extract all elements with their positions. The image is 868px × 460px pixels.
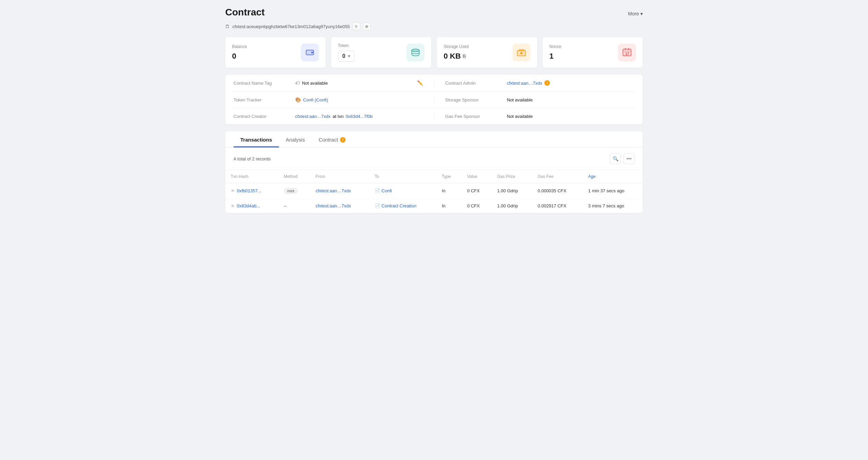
tag-icon: 🏷	[295, 80, 300, 86]
col-gas-price: Gas Price	[492, 170, 532, 183]
token-label: Token	[338, 43, 355, 48]
table-actions: 🔍 •••	[610, 153, 635, 164]
ellipsis-icon: •••	[627, 156, 632, 161]
gas-sponsor-key: Gas Fee Sponsor	[445, 114, 507, 119]
token-card: Token 0 ▾	[331, 37, 432, 68]
gas-price-cell: 1.00 Gdrip	[492, 183, 532, 198]
more-button[interactable]: More ▾	[628, 11, 643, 16]
search-icon: 🔍	[613, 156, 618, 161]
tab-transactions[interactable]: Transactions	[233, 131, 279, 147]
token-icon	[407, 44, 424, 61]
col-value: Value	[462, 170, 492, 183]
gas-fee-cell: 0.000035 CFX	[532, 183, 583, 198]
address-text: cfxtest:aceuepnbpghzbktw67ke13m012a6ag97…	[232, 24, 350, 29]
creator-val: cfxtest:aan…7xdx at txn 0x83d4...7f0b	[295, 114, 373, 119]
contract-icon: 🗒	[225, 24, 230, 29]
storage-value: 0 KB ⎘	[444, 52, 469, 61]
col-to: To	[369, 170, 436, 183]
creator-txn-link[interactable]: 0x83d4...7f0b	[346, 114, 373, 119]
tab-contract[interactable]: Contract !	[312, 131, 352, 147]
contract-tab-badge: !	[340, 137, 346, 143]
method-cell: --	[278, 198, 310, 214]
search-button[interactable]: 🔍	[610, 153, 621, 164]
token-tracker-key: Token Tracker	[233, 97, 295, 102]
from-cell: cfxtest:aan…7xdx	[310, 198, 369, 214]
to-cell: 📄 Contract Creation	[369, 198, 436, 214]
transactions-table: Txn Hash Method From To Type Value Gas P…	[225, 170, 643, 213]
storage-icon	[513, 44, 530, 61]
nonce-label: Nonce	[550, 44, 562, 49]
more-options-button[interactable]: •••	[624, 153, 635, 164]
to-link[interactable]: Confi	[382, 188, 392, 193]
copy-address-button[interactable]: ⎘	[353, 23, 360, 30]
from-link[interactable]: cfxtest:aan…7xdx	[315, 203, 351, 208]
token-tracker-link[interactable]: Confi (Confi)	[303, 97, 328, 102]
warn-icon: !	[544, 80, 550, 86]
col-txn-hash: Txn Hash	[225, 170, 278, 183]
storage-sponsor-val: Not available	[507, 97, 533, 102]
info-creator: Contract Creator cfxtest:aan…7xdx at txn…	[233, 114, 423, 119]
doc-icon: 📄	[375, 188, 380, 193]
col-type: Type	[436, 170, 462, 183]
type-cell: In	[436, 183, 462, 198]
edit-icon[interactable]: ✏️	[417, 80, 423, 86]
cards-row: Balance 0 Token 0 ▾	[225, 37, 643, 68]
balance-value: 0	[232, 52, 247, 61]
storage-sponsor-key: Storage Sponsor	[445, 97, 507, 102]
txn-hash-cell: 👁 0x83d4ab...	[225, 198, 278, 214]
info-row-name-admin: Contract Name Tag 🏷 Not available ✏️ Con…	[233, 75, 635, 92]
token-tracker-val: 🎨 Confi (Confi)	[295, 97, 328, 102]
table-row: 👁 0x83d4ab... -- cfxtest:aan…7xdx 📄 Cont	[225, 198, 643, 214]
txn-hash-link[interactable]: 0x83d4ab...	[237, 203, 260, 208]
value-cell: 0 CFX	[462, 183, 492, 198]
tab-analysis[interactable]: Analysis	[279, 131, 312, 147]
to-cell: 📄 Confi	[369, 183, 436, 198]
gas-sponsor-val: Not available	[507, 114, 533, 119]
age-cell: 3 mins 7 secs ago	[583, 198, 643, 214]
nonce-card: Nonce 1 17	[543, 37, 643, 68]
chevron-down-icon: ▾	[348, 54, 350, 59]
table-row: 👁 0xfb01357... mint cfxtest:aan…7xdx 📄 C	[225, 183, 643, 198]
token-select[interactable]: 0 ▾	[338, 51, 355, 62]
nonce-icon: 17	[618, 44, 636, 61]
address-bar: 🗒 cfxtest:aceuepnbpghzbktw67ke13m012a6ag…	[225, 23, 643, 30]
age-cell: 1 min 37 secs ago	[583, 183, 643, 198]
table-header-bar: A total of 2 records 🔍 •••	[225, 148, 643, 170]
storage-card: Storage Used 0 KB ⎘	[437, 37, 537, 68]
txn-hash-cell: 👁 0xfb01357...	[225, 183, 278, 198]
svg-rect-7	[519, 49, 524, 51]
info-name-tag: Contract Name Tag 🏷 Not available ✏️	[233, 80, 423, 86]
qr-button[interactable]: ⊞	[363, 23, 371, 30]
eye-icon[interactable]: 👁	[231, 204, 235, 208]
svg-point-8	[520, 52, 522, 54]
svg-rect-11	[625, 48, 626, 50]
table-section: A total of 2 records 🔍 ••• Txn Hash Meth…	[225, 148, 643, 213]
col-gas-fee: Gas Fee	[532, 170, 583, 183]
svg-rect-2	[311, 52, 313, 53]
info-storage-sponsor: Storage Sponsor Not available	[445, 97, 635, 102]
to-link[interactable]: Contract Creation	[382, 203, 417, 208]
tabs-bar: Transactions Analysis Contract !	[225, 131, 643, 148]
balance-card: Balance 0	[225, 37, 326, 68]
admin-link[interactable]: cfxtest:aan…7xdx	[507, 81, 542, 86]
col-age: Age	[583, 170, 643, 183]
info-panel: Contract Name Tag 🏷 Not available ✏️ Con…	[225, 75, 643, 124]
eye-icon[interactable]: 👁	[231, 189, 235, 193]
from-link[interactable]: cfxtest:aan…7xdx	[315, 188, 351, 193]
info-row-creator-gas: Contract Creator cfxtest:aan…7xdx at txn…	[233, 108, 635, 124]
records-count: A total of 2 records	[233, 156, 270, 161]
col-method: Method	[278, 170, 310, 183]
svg-rect-12	[628, 48, 629, 50]
creator-at-txn: at txn	[333, 114, 343, 119]
txn-hash-link[interactable]: 0xfb01357...	[237, 188, 262, 193]
admin-key: Contract Admin	[445, 81, 507, 86]
vertical-divider	[434, 80, 434, 86]
info-row-token-storage: Token Tracker 🎨 Confi (Confi) Storage Sp…	[233, 92, 635, 108]
chevron-down-icon: ▾	[640, 11, 643, 16]
gas-price-cell: 1.00 Gdrip	[492, 198, 532, 214]
creator-key: Contract Creator	[233, 114, 295, 119]
storage-copy-icon[interactable]: ⎘	[463, 53, 466, 59]
nonce-value: 1	[550, 52, 562, 61]
creator-address-link[interactable]: cfxtest:aan…7xdx	[295, 114, 330, 119]
name-tag-key: Contract Name Tag	[233, 81, 295, 86]
